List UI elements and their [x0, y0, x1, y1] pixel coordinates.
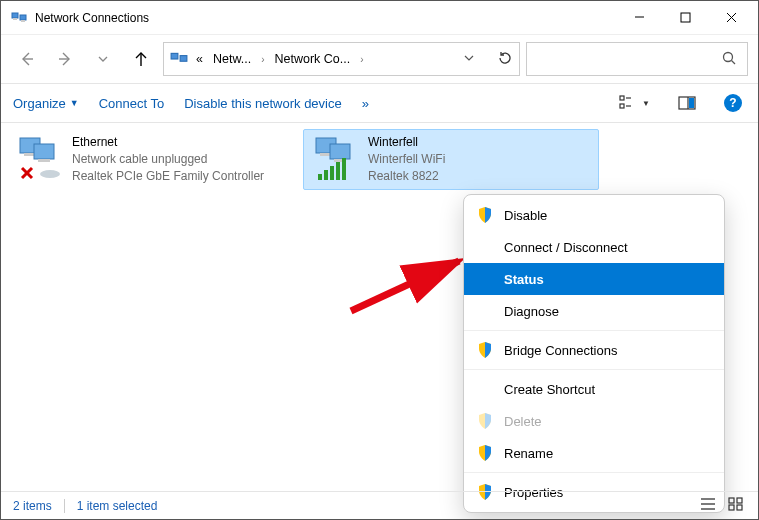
- ctx-label: Delete: [504, 414, 542, 429]
- adapter-icon: [312, 134, 360, 182]
- breadcrumb-segment[interactable]: Network Co...: [273, 52, 353, 66]
- ctx-label: Connect / Disconnect: [504, 240, 628, 255]
- ctx-diagnose[interactable]: Diagnose: [464, 295, 724, 327]
- address-bar[interactable]: « Netw... › Network Co... ›: [163, 42, 520, 76]
- svg-rect-43: [737, 498, 742, 503]
- svg-rect-44: [729, 505, 734, 510]
- ctx-label: Diagnose: [504, 304, 559, 319]
- breadcrumb-prefix[interactable]: «: [194, 52, 205, 66]
- ctx-label: Status: [504, 272, 544, 287]
- svg-rect-12: [180, 56, 187, 62]
- title-bar: Network Connections: [1, 1, 758, 35]
- adapter-ethernet[interactable]: Ethernet Network cable unplugged Realtek…: [7, 129, 303, 190]
- navigation-bar: « Netw... › Network Co... ›: [1, 35, 758, 83]
- adapter-device: Realtek 8822: [368, 168, 445, 185]
- up-button[interactable]: [125, 43, 157, 75]
- ctx-status[interactable]: Status: [464, 263, 724, 295]
- connect-to-button[interactable]: Connect To: [99, 96, 165, 111]
- svg-rect-31: [330, 144, 350, 159]
- breadcrumb-segment[interactable]: Netw...: [211, 52, 253, 66]
- svg-rect-45: [737, 505, 742, 510]
- svg-rect-15: [620, 96, 624, 100]
- chevron-right-icon[interactable]: ›: [259, 54, 266, 65]
- svg-rect-36: [336, 162, 340, 180]
- svg-rect-3: [21, 20, 25, 22]
- ctx-label: Bridge Connections: [504, 343, 617, 358]
- adapter-name: Ethernet: [72, 134, 264, 151]
- adapter-name: Winterfell: [368, 134, 445, 151]
- organize-menu[interactable]: Organize▼: [13, 96, 79, 111]
- svg-rect-5: [681, 13, 690, 22]
- forward-button[interactable]: [49, 43, 81, 75]
- adapter-status: Winterfell WiFi: [368, 151, 445, 168]
- ctx-connect-disconnect[interactable]: Connect / Disconnect: [464, 231, 724, 263]
- adapter-winterfell[interactable]: Winterfell Winterfell WiFi Realtek 8822: [303, 129, 599, 190]
- disable-device-button[interactable]: Disable this network device: [184, 96, 342, 111]
- command-bar: Organize▼ Connect To Disable this networ…: [1, 83, 758, 123]
- ctx-label: Rename: [504, 446, 553, 461]
- help-button[interactable]: ?: [720, 90, 746, 116]
- svg-line-14: [732, 60, 736, 64]
- svg-rect-33: [318, 174, 322, 180]
- preview-pane-button[interactable]: [674, 92, 700, 114]
- svg-rect-0: [12, 13, 18, 18]
- svg-rect-24: [34, 144, 54, 159]
- svg-rect-42: [729, 498, 734, 503]
- large-icons-view-button[interactable]: [726, 497, 746, 514]
- svg-rect-35: [330, 166, 334, 180]
- divider: [64, 499, 65, 513]
- search-box[interactable]: [526, 42, 748, 76]
- ctx-delete: Delete: [464, 405, 724, 437]
- adapter-icon: [16, 134, 64, 182]
- close-button[interactable]: [708, 3, 754, 33]
- ctx-bridge-connections[interactable]: Bridge Connections: [464, 334, 724, 366]
- selection-count: 1 item selected: [77, 499, 158, 513]
- view-options-button[interactable]: ▼: [615, 91, 654, 115]
- adapter-status: Network cable unplugged: [72, 151, 264, 168]
- address-icon: [170, 50, 188, 68]
- ctx-label: Disable: [504, 208, 547, 223]
- address-dropdown-button[interactable]: [463, 52, 475, 67]
- svg-rect-11: [171, 53, 178, 59]
- shield-icon: [476, 412, 494, 430]
- adapter-device: Realtek PCIe GbE Family Controller: [72, 168, 264, 185]
- context-menu: Disable Connect / Disconnect Status Diag…: [463, 194, 725, 513]
- svg-rect-2: [13, 18, 17, 20]
- shield-icon: [476, 206, 494, 224]
- back-button[interactable]: [11, 43, 43, 75]
- status-bar: 2 items 1 item selected: [1, 491, 758, 519]
- shield-icon: [476, 444, 494, 462]
- separator: [464, 369, 724, 370]
- minimize-button[interactable]: [616, 3, 662, 33]
- overflow-button[interactable]: »: [362, 96, 369, 111]
- svg-rect-34: [324, 170, 328, 180]
- separator: [464, 330, 724, 331]
- help-icon: ?: [724, 94, 742, 112]
- search-icon: [721, 50, 737, 69]
- refresh-button[interactable]: [497, 50, 513, 69]
- svg-rect-25: [38, 159, 50, 162]
- svg-rect-21: [689, 98, 694, 108]
- ctx-label: Create Shortcut: [504, 382, 595, 397]
- window-title: Network Connections: [35, 11, 616, 25]
- ctx-rename[interactable]: Rename: [464, 437, 724, 469]
- app-icon: [11, 10, 27, 26]
- chevron-down-icon: ▼: [70, 98, 79, 108]
- separator: [464, 472, 724, 473]
- shield-icon: [476, 341, 494, 359]
- recent-locations-button[interactable]: [87, 43, 119, 75]
- ctx-create-shortcut[interactable]: Create Shortcut: [464, 373, 724, 405]
- svg-point-13: [724, 52, 733, 61]
- svg-rect-1: [20, 15, 26, 20]
- ctx-disable[interactable]: Disable: [464, 199, 724, 231]
- details-view-button[interactable]: [698, 497, 718, 514]
- svg-point-26: [40, 170, 60, 178]
- item-count: 2 items: [13, 499, 52, 513]
- chevron-right-icon[interactable]: ›: [358, 54, 365, 65]
- svg-rect-17: [620, 104, 624, 108]
- maximize-button[interactable]: [662, 3, 708, 33]
- svg-rect-37: [342, 158, 346, 180]
